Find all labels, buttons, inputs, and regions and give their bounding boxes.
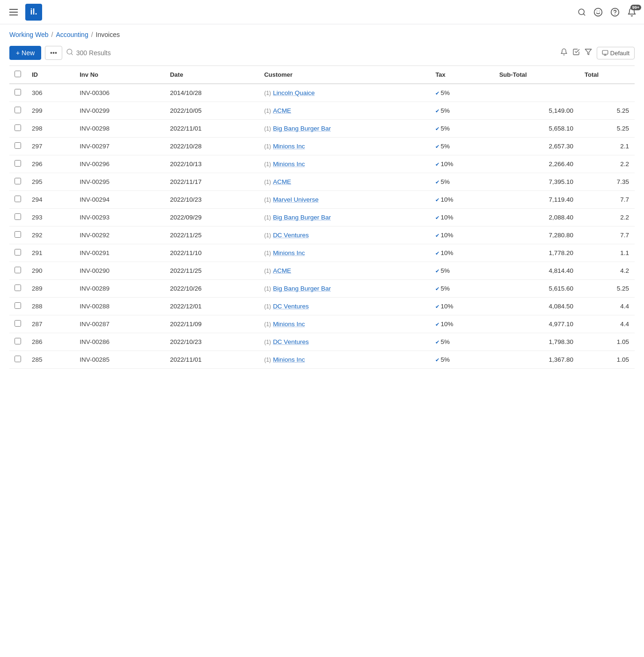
customer-link[interactable]: DC Ventures [273,232,309,239]
row-customer: (1)DC Ventures [258,226,430,244]
table-row[interactable]: 293 INV-00293 2022/09/29 (1)Big Bang Bur… [9,209,635,226]
table-row[interactable]: 294 INV-00294 2022/10/23 (1)Marvel Unive… [9,191,635,209]
row-checkbox[interactable] [15,196,21,202]
hamburger-menu[interactable] [7,7,20,17]
help-icon[interactable] [610,7,620,17]
customer-badge: (1) [264,321,271,328]
row-subtotal: 4,977.10 [494,315,579,333]
row-checkbox[interactable] [15,356,21,362]
row-date: 2014/10/28 [164,84,258,102]
customer-link[interactable]: ACME [273,267,291,274]
row-date: 2022/12/01 [164,298,258,315]
tax-check-icon: ✔ [435,357,439,363]
row-total: 7.7 [579,191,635,209]
more-options-button[interactable]: ••• [45,46,62,60]
customer-link[interactable]: ACME [273,178,291,185]
row-checkbox-cell[interactable] [9,84,26,102]
row-subtotal [494,84,579,102]
table-row[interactable]: 287 INV-00287 2022/11/09 (1)Minions Inc … [9,315,635,333]
filter-icon[interactable] [585,48,592,58]
table-row[interactable]: 289 INV-00289 2022/10/26 (1)Big Bang Bur… [9,280,635,298]
breadcrumb-working-web[interactable]: Working Web [9,31,49,38]
row-checkbox-cell[interactable] [9,191,26,209]
row-checkbox[interactable] [15,320,21,327]
row-checkbox-cell[interactable] [9,262,26,280]
top-bar-left: il. [7,4,42,21]
row-checkbox[interactable] [15,160,21,167]
table-row[interactable]: 299 INV-00299 2022/10/05 (1)ACME ✔5% 5,1… [9,102,635,120]
customer-badge: (1) [264,125,271,132]
row-checkbox-cell[interactable] [9,315,26,333]
row-checkbox-cell[interactable] [9,155,26,173]
table-row[interactable]: 285 INV-00285 2022/11/01 (1)Minions Inc … [9,351,635,369]
row-checkbox[interactable] [15,285,21,291]
row-checkbox-cell[interactable] [9,173,26,191]
search-icon[interactable] [578,8,586,16]
table-row[interactable]: 295 INV-00295 2022/11/17 (1)ACME ✔5% 7,3… [9,173,635,191]
breadcrumb-accounting[interactable]: Accounting [56,31,88,38]
customer-link[interactable]: Lincoln Quaice [273,89,315,96]
table-row[interactable]: 288 INV-00288 2022/12/01 (1)DC Ventures … [9,298,635,315]
row-checkbox-cell[interactable] [9,226,26,244]
row-checkbox-cell[interactable] [9,280,26,298]
row-checkbox[interactable] [15,231,21,238]
customer-link[interactable]: Minions Inc [273,249,305,256]
select-all-header[interactable] [9,66,26,84]
row-checkbox[interactable] [15,124,21,131]
customer-link[interactable]: Big Bang Burger Bar [273,125,331,132]
customer-link[interactable]: Big Bang Burger Bar [273,214,331,221]
search-icon[interactable] [66,48,73,58]
row-id: 286 [26,333,74,351]
customer-link[interactable]: DC Ventures [273,303,309,310]
task-icon[interactable] [572,48,580,58]
row-checkbox[interactable] [15,267,21,273]
bell-icon[interactable] [560,48,568,58]
row-checkbox-cell[interactable] [9,209,26,226]
customer-badge: (1) [264,303,271,310]
row-checkbox-cell[interactable] [9,120,26,138]
customer-link[interactable]: ACME [273,107,291,114]
default-button[interactable]: Default [597,47,635,59]
table-row[interactable]: 306 INV-00306 2014/10/28 (1)Lincoln Quai… [9,84,635,102]
row-checkbox[interactable] [15,213,21,220]
row-checkbox[interactable] [15,107,21,113]
table-row[interactable]: 291 INV-00291 2022/11/10 (1)Minions Inc … [9,244,635,262]
row-checkbox-cell[interactable] [9,138,26,155]
row-checkbox-cell[interactable] [9,244,26,262]
row-checkbox-cell[interactable] [9,351,26,369]
new-button[interactable]: + New [9,46,41,60]
tax-check-icon: ✔ [435,179,439,185]
table-row[interactable]: 298 INV-00298 2022/11/01 (1)Big Bang Bur… [9,120,635,138]
row-checkbox-cell[interactable] [9,102,26,120]
row-checkbox[interactable] [15,249,21,256]
row-checkbox[interactable] [15,178,21,184]
row-checkbox[interactable] [15,142,21,149]
customer-link[interactable]: Big Bang Burger Bar [273,285,331,292]
row-id: 297 [26,138,74,155]
customer-link[interactable]: Minions Inc [273,143,305,150]
customer-link[interactable]: Marvel Universe [273,196,319,203]
row-checkbox-cell[interactable] [9,333,26,351]
table-row[interactable]: 297 INV-00297 2022/10/28 (1)Minions Inc … [9,138,635,155]
row-checkbox[interactable] [15,302,21,309]
emoji-icon[interactable] [593,7,603,17]
row-checkbox[interactable] [15,89,21,95]
row-inv-no: INV-00291 [74,244,164,262]
row-checkbox[interactable] [15,338,21,344]
tax-check-icon: ✔ [435,321,439,327]
table-row[interactable]: 296 INV-00296 2022/10/13 (1)Minions Inc … [9,155,635,173]
app-logo[interactable]: il. [25,4,42,21]
customer-link[interactable]: Minions Inc [273,321,305,328]
customer-link[interactable]: DC Ventures [273,338,309,345]
table-row[interactable]: 292 INV-00292 2022/11/25 (1)DC Ventures … [9,226,635,244]
row-checkbox-cell[interactable] [9,298,26,315]
select-all-checkbox[interactable] [15,71,21,77]
table-row[interactable]: 286 INV-00286 2022/10/23 (1)DC Ventures … [9,333,635,351]
customer-badge: (1) [264,232,271,239]
row-tax: ✔5% [430,120,493,138]
tax-check-icon: ✔ [435,108,439,114]
customer-link[interactable]: Minions Inc [273,356,305,363]
table-row[interactable]: 290 INV-00290 2022/11/25 (1)ACME ✔5% 4,8… [9,262,635,280]
customer-link[interactable]: Minions Inc [273,161,305,168]
notification-bell[interactable]: 99+ [627,7,637,17]
